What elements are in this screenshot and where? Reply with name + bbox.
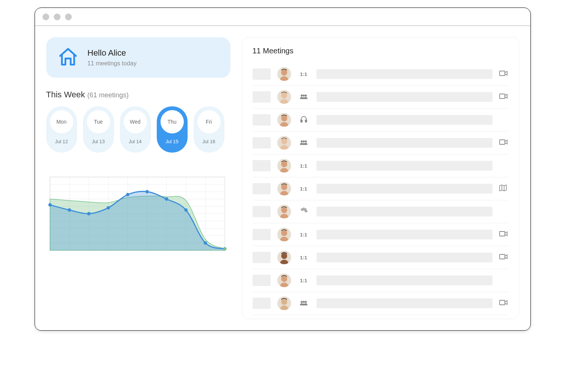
svg-point-64 [281,253,287,259]
meeting-time-placeholder [253,229,271,240]
meeting-row[interactable]: 1:1 [253,63,508,86]
avatar [277,67,291,81]
video-icon[interactable] [499,93,508,101]
svg-point-72 [304,301,307,303]
meeting-type-icon: 1:1 [298,255,310,260]
svg-rect-62 [500,232,505,236]
avatar [277,159,291,173]
svg-point-59 [303,210,304,212]
day-date: Jul 16 [197,139,221,144]
meetings-heading: 11 Meetings [253,47,508,55]
meeting-time-placeholder [253,114,271,126]
svg-rect-41 [301,120,302,122]
meeting-time-placeholder [253,252,271,263]
meeting-time-placeholder [253,160,271,171]
window-dot-close[interactable] [42,14,49,20]
svg-point-20 [68,208,71,212]
meeting-type-icon: 1:1 [298,186,310,192]
day-date: Jul 14 [123,139,148,144]
left-column: Hello Alice 11 meetings today This Week … [46,37,230,319]
svg-point-54 [281,207,287,213]
svg-point-27 [203,241,207,245]
video-icon[interactable] [499,70,508,78]
svg-point-46 [303,140,305,142]
map-icon[interactable] [499,185,508,193]
svg-point-45 [300,140,303,142]
svg-point-23 [126,193,129,196]
meeting-type-icon [298,300,310,307]
day-dow: Tue [87,110,110,133]
meeting-type-icon: 1:1 [298,232,310,238]
day-picker: Mon Jul 12 Tue Jul 13 Wed Jul 14 Thu Jul… [46,106,230,153]
day-pill-fri[interactable]: Fri Jul 16 [194,106,224,153]
meeting-type-icon: 1:1 [298,278,310,283]
day-pill-wed[interactable]: Wed Jul 14 [120,106,151,153]
greeting-subtitle: 11 meetings today [88,60,137,67]
meeting-type-icon [298,207,310,216]
meeting-row[interactable]: 1:1 [253,177,508,200]
meeting-row[interactable]: 1:1 [253,246,508,269]
day-dow: Wed [124,110,147,133]
day-dow: Thu [161,110,184,133]
svg-point-52 [281,184,287,190]
meeting-title-placeholder [317,275,492,285]
avatar [277,274,291,287]
day-pill-thu[interactable]: Thu Jul 15 [157,106,188,153]
meeting-row[interactable] [253,109,508,132]
day-date: Jul 15 [160,139,185,144]
titlebar [35,8,530,26]
meeting-row[interactable] [253,292,508,315]
svg-point-35 [300,94,303,97]
meeting-title-placeholder [317,92,492,102]
video-icon[interactable] [499,300,508,307]
day-dow: Fri [197,110,221,133]
meeting-type-icon [298,140,310,146]
meeting-title-placeholder [317,184,492,194]
meeting-type-icon [298,116,310,124]
avatar [277,251,291,264]
svg-point-19 [48,203,52,207]
day-pill-tue[interactable]: Tue Jul 13 [83,106,114,153]
meeting-row[interactable]: 1:1 [253,154,508,177]
meeting-time-placeholder [253,298,271,309]
day-dow: Mon [50,110,73,133]
week-label: This Week [46,90,85,99]
svg-point-22 [106,206,110,209]
meeting-time-placeholder [253,206,271,217]
svg-point-25 [165,197,168,201]
svg-point-71 [303,301,305,303]
svg-rect-38 [500,94,505,98]
meeting-time-placeholder [253,137,271,148]
day-pill-mon[interactable]: Mon Jul 12 [46,106,77,153]
meeting-title-placeholder [317,298,492,308]
meeting-row[interactable]: 1:1 [253,223,508,246]
week-count: (61 meetings) [87,91,129,99]
app-window: Hello Alice 11 meetings today This Week … [35,8,531,331]
avatar [277,205,291,218]
avatar [277,297,291,310]
video-icon[interactable] [499,139,508,147]
meeting-row[interactable] [253,200,508,223]
window-dot-minimize[interactable] [54,14,61,20]
avatar [277,136,291,150]
content: Hello Alice 11 meetings today This Week … [35,26,530,330]
svg-rect-32 [500,71,505,76]
home-icon [58,46,79,69]
greeting-card: Hello Alice 11 meetings today [46,37,230,78]
svg-rect-65 [500,254,505,259]
meeting-type-icon: 1:1 [298,71,310,77]
video-icon[interactable] [499,254,508,261]
meeting-row[interactable] [253,132,508,154]
day-date: Jul 12 [49,139,74,144]
window-dot-maximize[interactable] [65,14,72,20]
avatar [277,90,291,104]
meeting-row[interactable] [253,86,508,109]
activity-chart [46,175,227,254]
avatar [277,113,291,127]
right-column: 11 Meetings 1:1 1:1 1:1 [242,37,519,319]
svg-rect-48 [500,140,505,144]
video-icon[interactable] [499,231,508,238]
meeting-row[interactable]: 1:1 [253,269,508,292]
meeting-title-placeholder [317,69,492,79]
meeting-title-placeholder [317,207,492,216]
